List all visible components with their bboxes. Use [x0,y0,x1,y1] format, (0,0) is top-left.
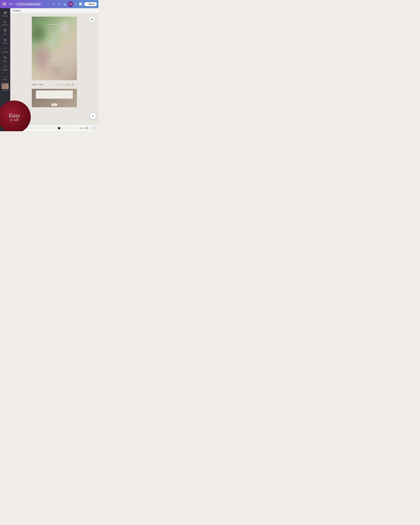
zoom-track[interactable] [22,128,77,128]
sidebar-item-design[interactable]: ⊞ Design [1,9,10,18]
sidebar-item-uploads[interactable]: ↑ Uploads [1,46,10,54]
resize-label: Resize & Magic Switch [19,3,40,5]
sidebar-item-brand[interactable]: ⊙ Brand [1,37,10,45]
avatar[interactable]: AM [68,1,73,7]
sidebar-item-draw[interactable]: ✎ Draw [1,55,10,63]
page-duplicate-icon[interactable]: ⊞ [69,84,71,86]
poem-container: MOTHER Her care. Her eyes. Her stare. He… [47,24,62,73]
sidebar-item-label: Text [4,33,7,35]
sidebar-item-projects[interactable]: □ Projects [1,64,10,72]
projects-icon: □ [4,65,6,68]
analytics-icon[interactable]: 📊 [78,2,83,7]
floral-background: MOTHER Her care. Her eyes. Her stare. He… [32,17,77,80]
sidebar-item-apps[interactable]: ⋮⋮ Apps [1,74,10,82]
cloud-save-icon[interactable]: ☁ [62,2,67,7]
undo-button[interactable]: ↩ [52,2,56,7]
watermark-easy-text: Easy [9,112,20,118]
sidebar-item-label: Brand [3,42,7,44]
magic-icon: ✦ [92,114,94,118]
file-menu[interactable]: File [8,3,14,5]
redo-button[interactable]: ↪ [57,2,61,7]
text-icon: T [4,29,6,33]
uploads-icon: ↑ [4,47,6,51]
help-button[interactable]: ? [93,127,96,130]
poem-italic-line: I love it all,and I always will. [49,52,60,56]
sidebar-item-elements[interactable]: ◇ Elements [1,19,10,27]
expand-icon[interactable]: ⤢ [89,127,92,130]
rotate-icon: ↻ [91,18,93,21]
sidebar-item-label: Projects [2,69,8,71]
add-collaborator-button[interactable]: + [75,2,77,6]
page-delete-icon[interactable]: 🗑 [72,84,74,86]
sidebar-item-label: Design [3,15,8,17]
sidebar-item-label: Uploads [2,51,8,53]
zoom-slider-container [22,128,77,128]
poem-title: MOTHER [47,24,62,26]
page-label-icons: ▲ ▼ ◇ 🔒 ⊞ 🗑 ＋ [57,83,77,86]
help-icon-label: ? [94,127,95,129]
watermark-to-edit-text: to edit [10,118,19,122]
header: File ✦ Resize & Magic Switch ↩ ↪ ☁ AM + … [0,0,98,8]
photos-thumbnail [2,83,9,89]
page-1-card[interactable]: MOTHER Her care. Her eyes. Her stare. He… [32,17,77,80]
share-icon: ↑ [87,3,88,5]
page-2-label: Page 2 - Back [32,84,56,85]
position-label: Position [13,9,21,12]
sidebar-item-photos[interactable]: Photos [1,82,10,93]
page-2-more-indicator: ••• [51,103,57,106]
sidebar-item-label: Elements [2,24,9,26]
grid-view-icon[interactable]: ⊞ [85,127,88,130]
page-code-icon[interactable]: ◇ [63,84,65,86]
poem-lines: Her care. Her eyes. Her stare. Her sighs… [47,27,62,66]
share-label: Share [89,3,94,5]
resize-magic-switch-button[interactable]: ✦ Resize & Magic Switch [15,2,42,6]
position-bar: Position [10,8,98,13]
design-icon: ⊞ [4,11,7,15]
poem-signature: Love,Forever [47,68,62,73]
page-nav-down-button[interactable]: ▼ [60,84,62,86]
sidebar-item-label: Apps [3,79,7,80]
apps-icon: ⋮⋮ [2,75,8,78]
draw-icon: ✎ [4,56,7,60]
magic-button[interactable]: ✦ [90,113,96,119]
zoom-thumb[interactable] [58,127,60,129]
elements-icon: ◇ [4,20,6,24]
page-add-icon[interactable]: ＋ [75,83,77,86]
page-2-card[interactable]: ••• [32,89,77,107]
sidebar-item-label: Draw [3,60,7,62]
brand-icon: ⊙ [4,38,7,42]
page-lock-icon[interactable]: 🔒 [66,84,68,86]
page-nav-up-button[interactable]: ▲ [57,84,59,86]
rotate-button[interactable]: ↻ [89,17,95,22]
zoom-percent: 91% [79,127,84,129]
sidebar-item-label: Photos [3,89,8,91]
sidebar-divider [2,73,8,73]
page-2-label-row: Page 2 - Back ▲ ▼ ◇ 🔒 ⊞ 🗑 ＋ [32,82,77,87]
page-2-paper [36,90,73,99]
share-button[interactable]: ↑ Share [84,2,97,6]
sidebar-item-text[interactable]: T Text [1,28,10,36]
star-icon: ✦ [17,3,19,5]
menu-button[interactable] [2,1,7,7]
